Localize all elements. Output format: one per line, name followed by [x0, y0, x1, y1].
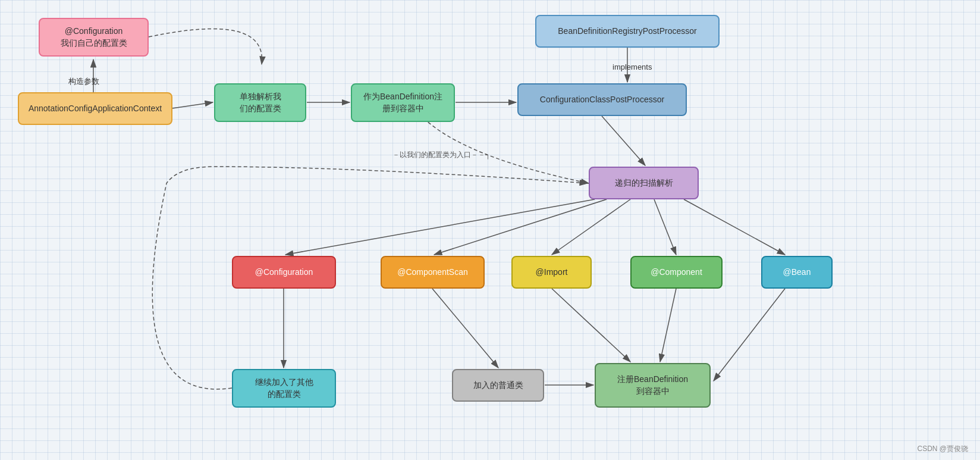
svg-line-18	[714, 289, 785, 381]
bean-def-registry-label: BeanDefinitionRegistryPostProcessor	[558, 26, 696, 37]
entry-point-label: －以我们的配置类为入口－－┐	[392, 150, 491, 160]
construct-param-label: 构造参数	[68, 76, 99, 87]
recursive-scan-label: 递归的扫描解析	[615, 177, 673, 189]
at-configuration-node: @Configuration	[232, 256, 336, 289]
register-bean-def-label: 注册BeanDefinition 到容器中	[617, 374, 688, 397]
recursive-scan-node: 递归的扫描解析	[589, 167, 699, 199]
configuration-own-label: @Configuration 我们自己的配置类	[61, 26, 127, 49]
svg-line-13	[684, 199, 785, 255]
at-import-label: @Import	[536, 267, 568, 278]
at-configuration-label: @Configuration	[255, 267, 313, 278]
standalone-parse-label: 单独解析我 们的配置类	[240, 91, 281, 114]
configuration-own-node: @Configuration 我们自己的配置类	[39, 18, 149, 57]
at-import-node: @Import	[511, 256, 592, 289]
svg-line-9	[285, 199, 595, 255]
at-component-scan-node: @ComponentScan	[381, 256, 485, 289]
at-component-node: @Component	[630, 256, 723, 289]
bean-def-registry-node: BeanDefinitionRegistryPostProcessor	[535, 15, 720, 48]
as-bean-definition-node: 作为BeanDefinition注 册到容器中	[351, 83, 455, 122]
watermark: CSDN @贾俊骁	[917, 444, 968, 454]
continue-config-label: 继续加入了其他 的配置类	[255, 377, 313, 400]
svg-line-11	[552, 199, 630, 255]
svg-line-17	[660, 289, 676, 362]
at-component-scan-label: @ComponentScan	[397, 267, 468, 278]
svg-line-15	[432, 289, 498, 368]
configuration-class-post-node: ConfigurationClassPostProcessor	[517, 83, 687, 116]
svg-line-8	[602, 116, 645, 165]
annotation-config-ctx-node: AnnotationConfigApplicationContext	[18, 92, 172, 125]
svg-line-4	[172, 102, 213, 108]
add-common-class-label: 加入的普通类	[473, 380, 523, 392]
at-bean-label: @Bean	[783, 267, 811, 278]
svg-line-12	[654, 199, 676, 255]
at-component-label: @Component	[651, 267, 702, 278]
at-bean-node: @Bean	[761, 256, 833, 289]
implements-label: implements	[612, 62, 652, 71]
configuration-class-post-label: ConfigurationClassPostProcessor	[540, 94, 664, 106]
svg-line-10	[434, 199, 607, 255]
add-common-class-node: 加入的普通类	[452, 369, 544, 402]
register-bean-def-node: 注册BeanDefinition 到容器中	[595, 363, 711, 408]
as-bean-definition-label: 作为BeanDefinition注 册到容器中	[363, 91, 442, 114]
annotation-config-ctx-label: AnnotationConfigApplicationContext	[29, 103, 162, 115]
continue-config-node: 继续加入了其他 的配置类	[232, 369, 336, 408]
standalone-parse-node: 单独解析我 们的配置类	[214, 83, 306, 122]
svg-line-16	[552, 289, 630, 362]
